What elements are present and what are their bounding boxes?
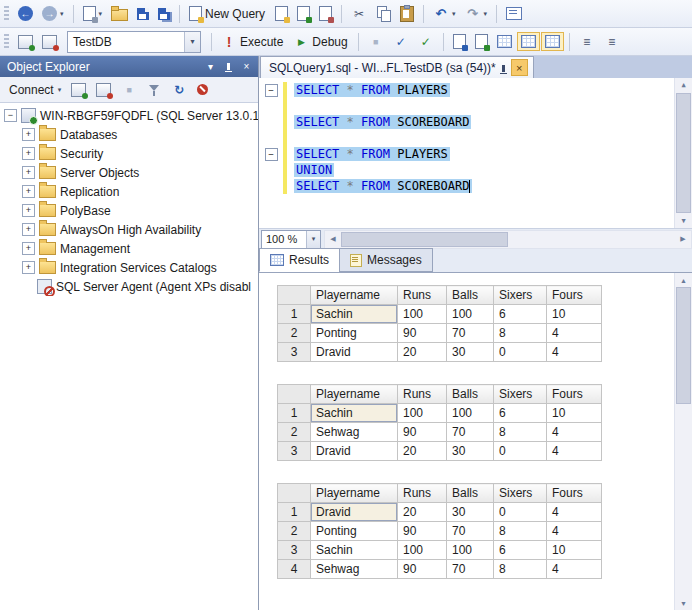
grid-cell[interactable]: 100 [398,305,447,324]
nav-back-button[interactable]: ← [14,3,37,24]
code-line[interactable]: SELECT * FROM SCOREBOARD [259,178,692,194]
collapse-region-icon[interactable]: − [265,84,278,97]
column-header-runs[interactable]: Runs [398,484,447,503]
column-header-sixers[interactable]: Sixers [494,286,547,305]
chevron-down-icon[interactable]: ▾ [306,231,320,248]
cut-button[interactable]: ✂ [347,3,371,25]
filter-button[interactable] [143,80,165,100]
expand-icon[interactable]: + [22,204,35,217]
grid-cell[interactable]: 0 [494,442,547,461]
code-line[interactable] [259,130,692,146]
copy-button[interactable] [372,3,395,24]
save-all-button[interactable] [154,5,174,23]
connect-button[interactable]: Connect▾ [5,80,65,100]
grid-cell[interactable]: 8 [494,423,547,442]
row-header[interactable]: 1 [278,305,311,324]
database-engine-query-button[interactable] [271,3,292,24]
database-combobox[interactable]: TestDB▾ [67,31,201,53]
cancel-query-button[interactable]: ■ [364,31,388,53]
grid-cell[interactable]: 90 [398,423,447,442]
feedback-window-button[interactable] [502,4,526,23]
close-icon[interactable]: × [511,59,528,76]
row-header[interactable]: 2 [278,423,311,442]
grid-cell[interactable]: 70 [447,423,494,442]
grid-cell[interactable]: 90 [398,324,447,343]
scroll-up-icon[interactable]: ▲ [675,273,692,287]
grid-corner-cell[interactable] [278,286,311,305]
collapse-icon[interactable]: − [4,109,17,122]
row-header[interactable]: 1 [278,503,311,522]
grid-cell[interactable]: 10 [547,541,602,560]
grid-cell[interactable]: 0 [494,503,547,522]
column-header-balls[interactable]: Balls [447,286,494,305]
grid-cell[interactable]: 100 [447,541,494,560]
new-query-button[interactable]: New Query [185,3,270,24]
results-to-file-button[interactable] [541,32,564,51]
estimated-plan-button[interactable] [449,31,470,52]
grid-cell[interactable]: 90 [398,522,447,541]
scroll-thumb[interactable] [676,93,691,213]
activity-monitor-button[interactable] [14,32,37,52]
save-button[interactable] [133,5,153,23]
tab-messages[interactable]: Messages [339,248,433,272]
tree-item-sql-server-agent-agent-xps-disabl[interactable]: SQL Server Agent (Agent XPs disabl [0,277,258,296]
error-logs-button[interactable] [193,81,212,98]
code-line[interactable] [259,98,692,114]
tab-results[interactable]: Results [259,248,340,272]
expand-icon[interactable]: + [22,242,35,255]
grid-cell[interactable]: 4 [547,423,602,442]
grid-cell[interactable]: Sachin [311,305,398,324]
grid-cell[interactable]: Sehwag [311,423,398,442]
grid-cell[interactable]: 4 [547,522,602,541]
parse-button[interactable]: ✓ [389,31,413,53]
grid-cell[interactable]: 4 [547,324,602,343]
grid-cell[interactable]: 4 [547,343,602,362]
tree-item-polybase[interactable]: +PolyBase [0,201,258,220]
grid-cell[interactable]: 10 [547,404,602,423]
column-header-fours[interactable]: Fours [547,484,602,503]
window-menu-icon[interactable]: ▾ [202,59,219,75]
grid-cell[interactable]: 8 [494,560,547,579]
new-item-button[interactable]: ▾ [79,3,107,24]
grid-cell[interactable]: 30 [447,442,494,461]
row-header[interactable]: 3 [278,541,311,560]
grid-cell[interactable]: Ponting [311,324,398,343]
scroll-right-icon[interactable]: ▶ [675,235,691,243]
grid-cell[interactable]: 100 [447,305,494,324]
paste-button[interactable] [396,3,418,25]
scroll-up-icon[interactable]: ▲ [675,78,692,92]
execute-button[interactable]: !Execute [217,31,288,53]
indent-lines-button[interactable]: ≡ [600,31,624,53]
open-recent-query-button[interactable] [315,3,336,24]
scroll-down-icon[interactable]: ▼ [675,214,692,228]
disconnect-button[interactable] [92,80,115,100]
row-header[interactable]: 3 [278,442,311,461]
grid-cell[interactable]: Dravid [311,503,398,522]
toolbar-grip[interactable] [4,34,9,50]
grid-cell[interactable]: Sehwag [311,560,398,579]
column-header-sixers[interactable]: Sixers [494,385,547,404]
grid-cell[interactable]: 100 [447,404,494,423]
tab-sqlquery1[interactable]: SQLQuery1.sql - WI...FL.TestDB (sa (54))… [260,56,534,78]
grid-cell[interactable]: Dravid [311,343,398,362]
column-header-runs[interactable]: Runs [398,385,447,404]
results-to-text-button[interactable] [493,32,516,51]
grid-corner-cell[interactable] [278,385,311,404]
column-header-fours[interactable]: Fours [547,385,602,404]
pin-icon[interactable] [502,61,505,75]
debug-button[interactable]: ▶Debug [289,31,352,53]
grid-cell[interactable]: 100 [398,404,447,423]
row-header[interactable]: 2 [278,324,311,343]
scroll-down-icon[interactable]: ▼ [675,596,692,610]
expand-icon[interactable]: + [22,128,35,141]
tree-item-replication[interactable]: +Replication [0,182,258,201]
code-line[interactable]: −SELECT * FROM PLAYERS [259,146,692,162]
tree-item-security[interactable]: +Security [0,144,258,163]
expand-icon[interactable]: + [22,261,35,274]
code-line[interactable]: −SELECT * FROM PLAYERS [259,82,692,98]
grid-cell[interactable]: 70 [447,324,494,343]
grid-corner-cell[interactable] [278,484,311,503]
scroll-left-icon[interactable]: ◀ [325,235,341,243]
grid-cell[interactable]: 4 [547,442,602,461]
grid-cell[interactable]: 30 [447,503,494,522]
